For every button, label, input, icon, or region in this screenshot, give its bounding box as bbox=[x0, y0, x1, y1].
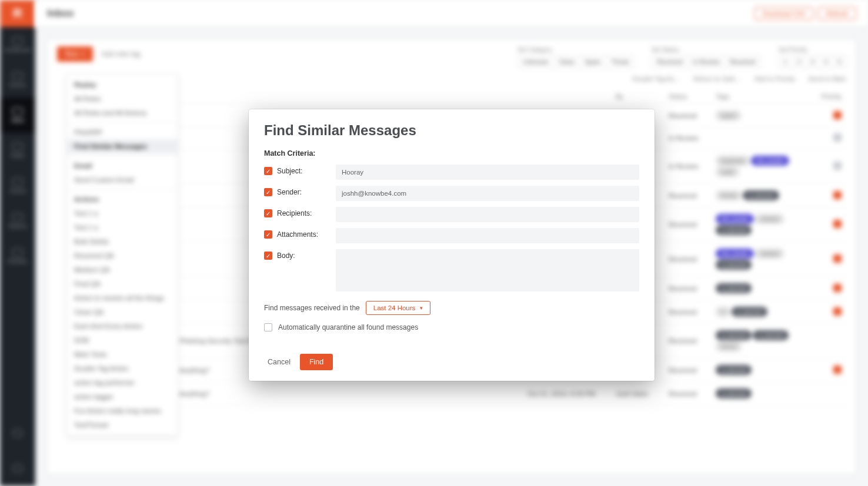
rail-item-rules[interactable]: Rules bbox=[0, 133, 35, 168]
app-logo: R bbox=[0, 0, 35, 27]
range-prefix: Find messages received in the bbox=[264, 304, 360, 312]
sender-checkbox[interactable]: ✓ bbox=[264, 188, 272, 196]
page-title: Inbox bbox=[47, 8, 74, 19]
time-range-select[interactable]: Last 24 Hours ▾ bbox=[366, 301, 431, 315]
recipients-checkbox[interactable]: ✓ bbox=[264, 209, 272, 217]
sender-input[interactable] bbox=[336, 186, 639, 201]
body-input[interactable] bbox=[336, 249, 639, 291]
recipients-label: Recipients: bbox=[277, 209, 312, 217]
find-button[interactable]: Find bbox=[300, 354, 333, 370]
cancel-button[interactable]: Cancel bbox=[264, 354, 294, 370]
subject-label: Subject: bbox=[277, 167, 302, 175]
download-csv-button[interactable]: Download CSV bbox=[755, 7, 814, 20]
recipients-input[interactable] bbox=[336, 207, 639, 222]
subject-checkbox[interactable]: ✓ bbox=[264, 167, 272, 175]
chevron-down-icon: ▾ bbox=[420, 305, 423, 311]
rail-user[interactable] bbox=[0, 451, 35, 486]
rail-item-actions[interactable]: Actions bbox=[0, 168, 35, 203]
refresh-button[interactable]: Refresh bbox=[818, 7, 856, 20]
body-checkbox[interactable]: ✓ bbox=[264, 252, 272, 260]
match-criteria-label: Match Criteria: bbox=[264, 149, 639, 157]
rail-item-inbox[interactable]: Inbox bbox=[0, 98, 35, 133]
top-bar: Inbox Download CSV Refresh bbox=[35, 0, 868, 27]
attachments-input[interactable] bbox=[336, 228, 639, 243]
subject-input[interactable] bbox=[336, 165, 639, 180]
rail-item-dashboard[interactable]: Dashboard bbox=[0, 27, 35, 62]
rail-item-phishml[interactable]: PhishML bbox=[0, 239, 35, 274]
attachments-label: Attachments: bbox=[277, 230, 318, 239]
find-similar-modal: Find Similar Messages Match Criteria: ✓ … bbox=[249, 109, 655, 381]
auto-quarantine-checkbox[interactable]: ✓ bbox=[264, 323, 272, 331]
auto-quarantine-label: Automatically quarantine all found messa… bbox=[278, 323, 418, 331]
attachments-checkbox[interactable]: ✓ bbox=[264, 230, 272, 239]
modal-overlay: Find Similar Messages Match Criteria: ✓ … bbox=[35, 27, 868, 486]
rail-settings[interactable] bbox=[0, 415, 35, 451]
modal-title: Find Similar Messages bbox=[264, 122, 639, 139]
left-nav-rail: R DashboardRoomsInboxRulesActionsReports… bbox=[0, 0, 35, 486]
body-label: Body: bbox=[277, 252, 295, 260]
rail-item-rooms[interactable]: Rooms bbox=[0, 62, 35, 98]
sender-label: Sender: bbox=[277, 188, 302, 196]
rail-item-reports[interactable]: Reports bbox=[0, 203, 35, 239]
